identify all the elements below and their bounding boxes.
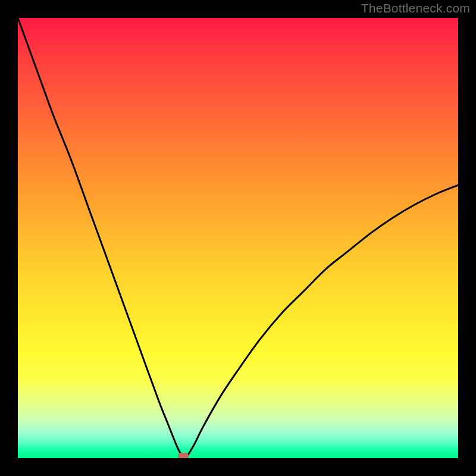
chart-frame: TheBottleneck.com <box>0 0 476 476</box>
plot-area <box>18 18 458 458</box>
optimum-marker <box>178 453 189 458</box>
watermark-text: TheBottleneck.com <box>361 1 470 15</box>
bottleneck-curve <box>18 18 458 458</box>
